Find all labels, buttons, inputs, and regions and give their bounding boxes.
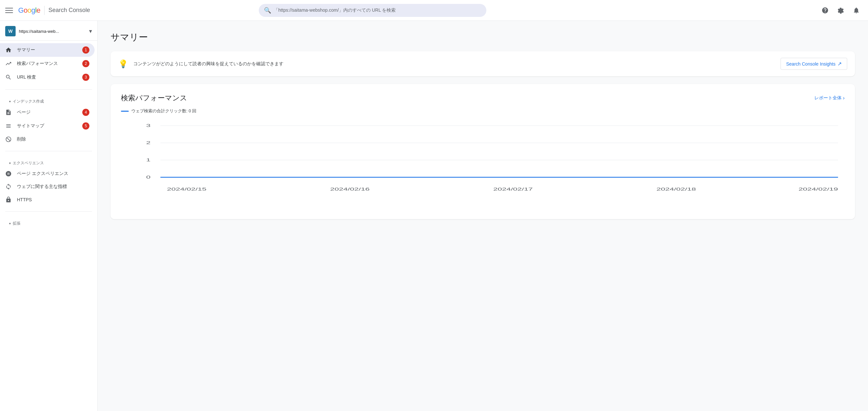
arrow-icon: ▾ (9, 100, 11, 103)
sidebar-item-removals[interactable]: 削除 (0, 133, 95, 146)
experience-section: ▾ エクスペリエンス ページ エクスペリエンス ウェブに関する主な指標 (0, 154, 97, 209)
experience-section-label: ▾ エクスペリエンス (0, 157, 97, 167)
bulb-icon: 💡 (118, 59, 128, 69)
chart-area: 3 2 1 0 2024/02/15 2024/02/16 2024/02/17… (121, 119, 845, 210)
perf-card-header: 検索パフォーマンス レポート全体 › (121, 93, 845, 103)
sidebar-item-label-summary: サマリー (17, 47, 77, 53)
index-section-label: ▾ インデックス作成 (0, 95, 97, 105)
external-link-icon: ↗ (837, 61, 842, 67)
search-bar-text: 「https://saitama-webshop.com/」内のすべての URL… (274, 7, 396, 13)
perf-title: 検索パフォーマンス (121, 93, 187, 103)
nav-divider-2 (5, 151, 92, 151)
menu-icon[interactable] (5, 6, 13, 14)
remove-circle-icon (5, 136, 12, 142)
sidebar-item-core-web-vitals[interactable]: ウェブに関する主な指標 (0, 180, 95, 193)
property-dropdown-arrow: ▾ (89, 28, 92, 35)
sidebar-item-pages[interactable]: ページ 4 (0, 105, 95, 119)
sidebar-item-summary[interactable]: サマリー 1 (0, 43, 95, 57)
svg-text:2024/02/17: 2024/02/17 (493, 187, 532, 191)
sidebar-item-label-removals: 削除 (17, 136, 89, 142)
sidebar-item-label-page-experience: ページ エクスペリエンス (17, 171, 89, 177)
sidebar-item-page-experience[interactable]: ページ エクスペリエンス (0, 167, 95, 180)
svg-text:2024/02/16: 2024/02/16 (330, 187, 369, 191)
sidebar-badge-sitemaps: 5 (82, 123, 89, 130)
legend-line (121, 111, 129, 112)
main-content: サマリー 💡 コンテンツがどのようにして読者の興味を捉えているのかを確認できます… (97, 21, 868, 411)
sidebar-item-sitemaps[interactable]: サイトマップ 5 (0, 119, 95, 133)
layout: W https://saitama-web... ▾ サマリー 1 検索パフォー… (0, 21, 868, 411)
property-url: https://saitama-web... (19, 29, 86, 34)
sidebar-item-search-performance[interactable]: 検索パフォーマンス 2 (0, 57, 95, 70)
insight-text: コンテンツがどのようにして読者の興味を捉えているのかを確認できます (133, 61, 775, 67)
wp-icon: W (5, 26, 16, 36)
file-icon (5, 109, 12, 115)
logo-divider (44, 6, 44, 15)
sidebar-badge-summary: 1 (82, 46, 89, 54)
speed-icon (5, 170, 12, 177)
sidebar-item-label-cwv: ウェブに関する主な指標 (17, 184, 89, 190)
sidebar: W https://saitama-web... ▾ サマリー 1 検索パフォー… (0, 21, 97, 411)
top-header: Google Search Console 🔍 「https://saitama… (0, 0, 868, 21)
arrow-icon-2: ▾ (9, 161, 11, 165)
experience-section-text: エクスペリエンス (13, 160, 44, 166)
settings-icon[interactable] (834, 4, 847, 17)
index-section: ▾ インデックス作成 ページ 4 サイトマップ 5 (0, 92, 97, 148)
sidebar-item-label-sitemaps: サイトマップ (17, 123, 77, 129)
nav-divider-1 (5, 89, 92, 90)
sidebar-item-label-pages: ページ (17, 109, 77, 115)
sidebar-badge-url: 3 (82, 74, 89, 81)
search-icon (5, 74, 12, 80)
insight-link-button[interactable]: Search Console Insights ↗ (780, 58, 847, 70)
sidebar-item-https[interactable]: HTTPS (0, 193, 95, 206)
nav-divider-3 (5, 211, 92, 212)
report-link-arrow-icon: › (843, 95, 845, 101)
help-icon[interactable] (818, 4, 832, 17)
chart-legend: ウェブ検索の合計クリック数: 0 回 (121, 108, 845, 114)
svg-text:2024/02/18: 2024/02/18 (656, 187, 696, 191)
arrow-icon-3: ▾ (9, 222, 11, 225)
property-selector[interactable]: W https://saitama-web... ▾ (0, 21, 97, 41)
expansion-section-text: 拡張 (13, 221, 21, 226)
search-bar-icon: 🔍 (264, 7, 271, 14)
expansion-section-label: ▾ 拡張 (0, 217, 97, 228)
sidebar-badge-search-perf: 2 (82, 60, 89, 67)
legend-text: ウェブ検索の合計クリック数: 0 回 (131, 108, 196, 114)
sidebar-item-url-inspection[interactable]: URL 検査 3 (0, 70, 95, 84)
insight-link-label: Search Console Insights (786, 61, 836, 67)
sitemap-icon (5, 123, 12, 129)
svg-text:2024/02/15: 2024/02/15 (167, 187, 207, 191)
search-bar[interactable]: 🔍 「https://saitama-webshop.com/」内のすべての U… (259, 4, 486, 17)
expansion-section: ▾ 拡張 (0, 214, 97, 230)
index-section-text: インデックス作成 (13, 99, 44, 104)
report-link-text: レポート全体 (814, 95, 842, 101)
page-title: サマリー (111, 31, 855, 43)
insight-banner: 💡 コンテンツがどのようにして読者の興味を捉えているのかを確認できます Sear… (111, 51, 855, 76)
performance-card: 検索パフォーマンス レポート全体 › ウェブ検索の合計クリック数: 0 回 (111, 84, 855, 219)
sidebar-item-label-url: URL 検査 (17, 74, 77, 80)
bell-icon[interactable] (850, 4, 863, 17)
svg-text:1: 1 (146, 158, 151, 162)
lock-icon (5, 196, 12, 203)
refresh-icon (5, 183, 12, 190)
product-name: Search Console (49, 7, 90, 14)
home-icon (5, 47, 12, 53)
svg-text:2: 2 (146, 141, 151, 145)
sidebar-item-label-https: HTTPS (17, 197, 89, 202)
header-actions (818, 4, 863, 17)
svg-text:2024/02/19: 2024/02/19 (799, 187, 838, 191)
svg-text:0: 0 (146, 175, 151, 179)
report-link[interactable]: レポート全体 › (814, 95, 845, 101)
main-nav-section: サマリー 1 検索パフォーマンス 2 URL 検査 3 (0, 41, 97, 87)
logo-area: Google Search Console (18, 6, 90, 15)
performance-chart: 3 2 1 0 2024/02/15 2024/02/16 2024/02/17… (121, 119, 845, 210)
google-logo: Google (18, 6, 40, 14)
trending-up-icon (5, 60, 12, 67)
sidebar-item-label-search-perf: 検索パフォーマンス (17, 61, 77, 67)
svg-text:3: 3 (146, 123, 151, 128)
sidebar-badge-pages: 4 (82, 109, 89, 116)
